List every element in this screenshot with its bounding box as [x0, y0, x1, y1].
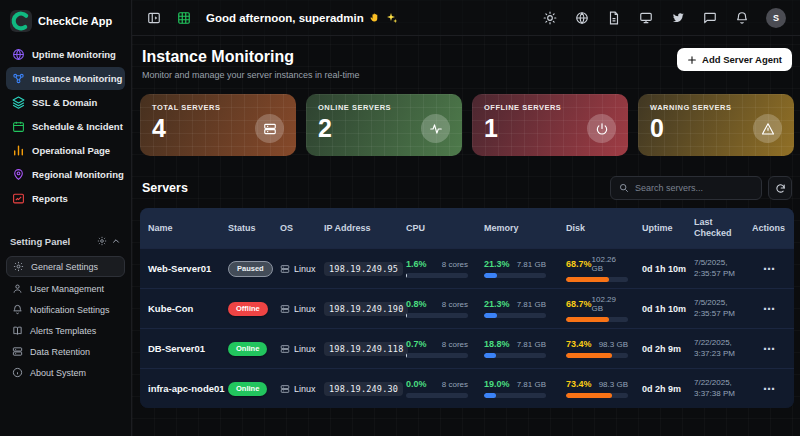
sidebar-item-label: Instance Monitoring: [32, 73, 122, 84]
bell-icon[interactable]: [734, 10, 750, 26]
sidebar-item-about-system[interactable]: About System: [6, 363, 125, 382]
column-header-cpu: CPU: [406, 223, 484, 234]
cpu-cores: 8 cores: [442, 260, 468, 269]
bar-chart-icon: [12, 144, 25, 157]
sidebar-item-label: Data Retention: [30, 347, 90, 357]
theme-sun-icon[interactable]: [542, 10, 558, 26]
last-checked: 7/5/2025, 2:35:57 PM: [694, 298, 752, 319]
cpu-percent: 0.8%: [406, 299, 427, 309]
table-row[interactable]: infra-apc-node01 Online Linux 198.19.249…: [140, 368, 794, 408]
memory-total: 7.81 GB: [517, 340, 546, 349]
sidebar-item-uptime-monitoring[interactable]: Uptime Monitoring: [6, 43, 125, 66]
cpu-bar: [406, 313, 468, 318]
user-avatar[interactable]: S: [766, 8, 786, 28]
refresh-button[interactable]: [768, 176, 792, 200]
row-actions-button[interactable]: ⋯: [752, 342, 786, 356]
sidebar-item-data-retention[interactable]: Data Retention: [6, 342, 125, 361]
app-logo-row[interactable]: CheckCle App: [6, 8, 125, 42]
os-label: Linux: [294, 344, 316, 354]
os-label: Linux: [294, 384, 316, 394]
sidebar-item-regional-monitoring[interactable]: Regional Monitoring: [6, 163, 125, 186]
bell-icon: [12, 304, 23, 315]
table-row[interactable]: Web-Server01 Paused Linux 198.19.249.95 …: [140, 248, 794, 288]
sidebar-item-ssl-domain[interactable]: SSL & Domain: [6, 91, 125, 114]
sidebar-item-schedule-incident[interactable]: Schedule & Incident: [6, 115, 125, 138]
disk-bar: [566, 353, 628, 358]
language-globe-icon[interactable]: [574, 10, 590, 26]
sidebar-item-general-settings[interactable]: General Settings: [6, 256, 125, 277]
chevron-up-icon: [111, 232, 121, 250]
add-server-agent-button[interactable]: Add Server Agent: [677, 48, 792, 71]
cpu-bar-fill: [406, 273, 407, 278]
sidebar-item-label: Alerts Templates: [30, 326, 96, 336]
sidebar-item-user-management[interactable]: User Management: [6, 279, 125, 298]
stat-cards: TOTAL SERVERS 4 ONLINE SERVERS 2: [140, 94, 794, 156]
sidebar-item-label: Regional Monitoring: [32, 169, 124, 180]
last-checked-date: 7/5/2025,: [694, 298, 752, 308]
table-row[interactable]: DB-Server01 Online Linux 198.19.249.118 …: [140, 328, 794, 368]
stat-card-warning-servers: WARNING SERVERS 0: [638, 94, 794, 156]
column-header-disk: Disk: [566, 223, 642, 234]
refresh-icon: [775, 183, 786, 194]
sidebar-item-label: General Settings: [31, 262, 98, 272]
memory-total: 7.81 GB: [517, 260, 546, 269]
greeting-text: Good afternoon, superadmin: [206, 12, 364, 24]
server-name[interactable]: DB-Server01: [148, 343, 228, 354]
row-actions-button[interactable]: ⋯: [752, 382, 786, 396]
stat-value: 2: [318, 116, 332, 141]
last-checked: 7/5/2025, 2:35:57 PM: [694, 258, 752, 279]
twitter-bird-icon[interactable]: [670, 10, 686, 26]
activity-icon: [421, 114, 450, 143]
cluster-icon: [12, 72, 25, 85]
uptime-value: 0d 1h 10m: [642, 264, 694, 274]
sidebar-item-label: Reports: [32, 193, 68, 204]
os-label: Linux: [294, 264, 316, 274]
search-servers-box: [610, 176, 762, 200]
column-header-memory: Memory: [484, 223, 566, 234]
stat-label: WARNING SERVERS: [650, 103, 782, 112]
main-panel: Instance Monitoring Monitor and manage y…: [132, 36, 800, 436]
server-name[interactable]: Kube-Con: [148, 303, 228, 314]
sidebar-item-notification-settings[interactable]: Notification Settings: [6, 300, 125, 319]
book-icon: [12, 325, 23, 336]
memory-total: 7.81 GB: [517, 300, 546, 309]
server-name[interactable]: infra-apc-node01: [148, 383, 228, 394]
sidebar-item-alerts-templates[interactable]: Alerts Templates: [6, 321, 125, 340]
memory-bar: [484, 393, 546, 398]
sidebar-toggle-icon[interactable]: [146, 10, 162, 26]
settings-panel-header[interactable]: Setting Panel: [10, 232, 121, 250]
cpu-cores: 8 cores: [442, 340, 468, 349]
table-row[interactable]: Kube-Con Offline Linux 198.19.249.190 0.…: [140, 288, 794, 328]
last-checked-time: 3:37:23 PM: [694, 349, 752, 359]
globe-icon: [12, 48, 25, 61]
grid-icon[interactable]: [176, 10, 192, 26]
search-servers-input[interactable]: [635, 183, 753, 193]
gear-icon: [13, 261, 24, 272]
server-table-body: Web-Server01 Paused Linux 198.19.249.95 …: [140, 248, 794, 408]
server-name[interactable]: Web-Server01: [148, 263, 228, 274]
last-checked-date: 7/22/2025,: [694, 378, 752, 388]
document-icon[interactable]: [606, 10, 622, 26]
database-icon: [12, 346, 23, 357]
app-window: CheckCle App Uptime Monitoring Instance …: [0, 0, 800, 436]
greeting: Good afternoon, superadmin: [206, 12, 398, 24]
sidebar-item-label: User Management: [30, 284, 104, 294]
cpu-bar: [406, 393, 468, 398]
chat-icon[interactable]: [702, 10, 718, 26]
sidebar-item-reports[interactable]: Reports: [6, 187, 125, 210]
cpu-bar: [406, 353, 468, 358]
sidebar-item-operational-page[interactable]: Operational Page: [6, 139, 125, 162]
row-actions-button[interactable]: ⋯: [752, 262, 786, 276]
row-actions-button[interactable]: ⋯: [752, 302, 786, 316]
disk-bar: [566, 277, 628, 282]
last-checked-time: 2:35:57 PM: [694, 309, 752, 319]
os-label: Linux: [294, 304, 316, 314]
column-header-last-checked: Last Checked: [694, 217, 752, 239]
column-header-status: Status: [228, 223, 280, 234]
cpu-percent: 1.6%: [406, 259, 427, 269]
monitor-icon[interactable]: [638, 10, 654, 26]
memory-bar: [484, 313, 546, 318]
last-checked-time: 3:37:38 PM: [694, 389, 752, 399]
sidebar-item-instance-monitoring[interactable]: Instance Monitoring: [6, 67, 125, 90]
disk-percent: 68.7%: [566, 299, 592, 309]
